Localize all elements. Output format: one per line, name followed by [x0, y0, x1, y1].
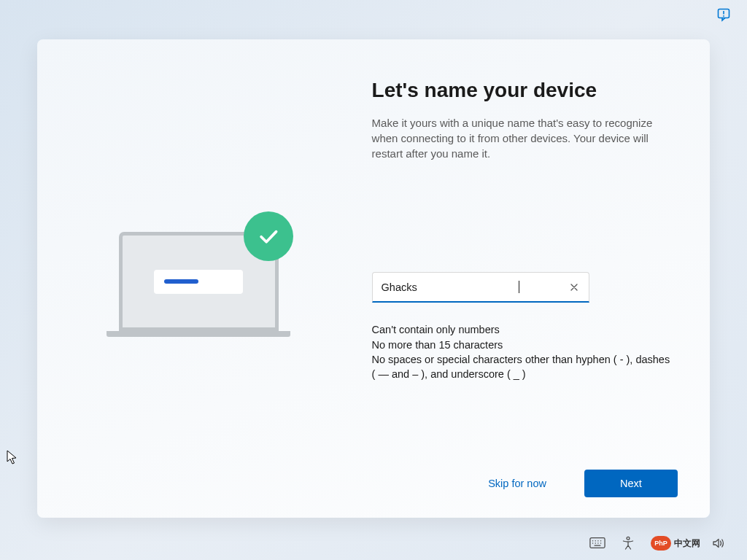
- content-pane: Let's name your device Make it yours wit…: [360, 39, 710, 518]
- checkmark-icon: [244, 211, 293, 261]
- input-rules: Can't contain only numbers No more than …: [372, 323, 673, 381]
- skip-button[interactable]: Skip for now: [469, 470, 565, 497]
- setup-card: Let's name your device Make it yours wit…: [37, 39, 710, 518]
- svg-point-4: [592, 540, 593, 541]
- svg-point-2: [723, 15, 724, 17]
- svg-point-13: [627, 537, 630, 540]
- watermark-badge: PhP 中文网: [651, 536, 700, 551]
- cursor-icon: [7, 450, 18, 466]
- svg-rect-12: [594, 545, 600, 545]
- rule-line: Can't contain only numbers: [372, 323, 673, 338]
- rule-line: No spaces or special characters other th…: [372, 353, 673, 381]
- svg-rect-3: [590, 538, 605, 548]
- rule-line: No more than 15 characters: [372, 338, 673, 353]
- laptop-illustration: [107, 232, 290, 354]
- illustration-pane: [37, 39, 360, 518]
- taskbar: PhP 中文网: [0, 535, 740, 551]
- page-description: Make it yours with a unique name that's …: [372, 115, 673, 161]
- svg-point-7: [600, 540, 601, 541]
- svg-point-5: [595, 540, 596, 541]
- svg-point-9: [595, 542, 596, 543]
- watermark-text: 中文网: [674, 537, 700, 550]
- svg-point-10: [597, 542, 598, 543]
- svg-point-8: [592, 542, 593, 543]
- php-icon: PhP: [651, 536, 671, 551]
- device-name-input[interactable]: [382, 281, 519, 293]
- device-name-field-wrap[interactable]: [372, 272, 589, 303]
- svg-point-11: [600, 542, 601, 543]
- feedback-icon[interactable]: [716, 7, 731, 22]
- accessibility-icon[interactable]: [620, 535, 636, 551]
- footer-buttons: Skip for now Next: [469, 470, 678, 497]
- next-button[interactable]: Next: [584, 470, 678, 497]
- page-title: Let's name your device: [372, 79, 673, 102]
- volume-icon[interactable]: [711, 535, 727, 551]
- keyboard-icon[interactable]: [589, 535, 605, 551]
- svg-point-6: [597, 540, 598, 541]
- clear-input-icon[interactable]: [568, 281, 580, 293]
